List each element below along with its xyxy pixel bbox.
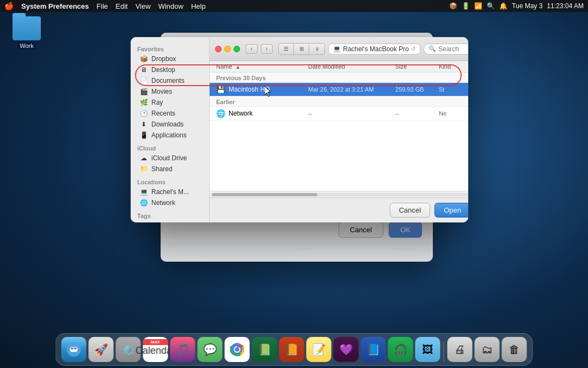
view-menu[interactable]: View: [136, 2, 151, 10]
grid-view-button[interactable]: ⊞: [294, 44, 309, 55]
horizontal-scrollbar[interactable]: [210, 191, 468, 197]
dock-item-music[interactable]: 🎵: [170, 337, 195, 362]
battery-menubar-icon: 🔋: [462, 2, 470, 10]
apple-menu[interactable]: 🍎: [4, 2, 14, 10]
sidebar-item-dropbox[interactable]: 📦 Dropbox: [133, 53, 207, 64]
file-name-network: Network: [229, 110, 308, 117]
locations-section-label: Locations: [131, 174, 209, 186]
rachels-mac-icon: 💻: [139, 188, 148, 196]
col-header-name[interactable]: Name ▲: [216, 63, 308, 70]
dialog-footer: Cancel Open: [210, 197, 468, 222]
back-button[interactable]: ‹: [246, 44, 258, 54]
dock-item-preview[interactable]: 🖼: [415, 337, 440, 362]
chevron-view-button[interactable]: ∨: [309, 44, 324, 55]
file-menu[interactable]: File: [96, 2, 108, 10]
sidebar-item-applications[interactable]: 📱 Applications: [133, 130, 207, 141]
search-menubar-icon[interactable]: 🔍: [487, 2, 495, 10]
sort-arrow-icon: ▲: [235, 64, 240, 70]
dropbox-menubar-icon[interactable]: 📦: [449, 2, 457, 10]
list-view-button[interactable]: ☰: [279, 44, 294, 55]
dock-divider: [444, 341, 444, 362]
documents-icon: 📄: [139, 77, 148, 85]
forward-button[interactable]: ›: [261, 44, 273, 54]
col-header-kind[interactable]: Kind: [439, 63, 468, 70]
file-list-area: Name ▲ Date Modified Size Kind Previous …: [210, 61, 468, 191]
sidebar-item-movies[interactable]: 🎬 Movies: [133, 86, 207, 97]
location-bar[interactable]: 💻 Rachel's MacBook Pro ↺: [328, 44, 420, 55]
dock-item-spotify[interactable]: 🎧: [388, 337, 413, 362]
ok-button-bg-window[interactable]: OK: [389, 222, 422, 238]
notification-menubar-icon[interactable]: 🔔: [499, 2, 507, 10]
macintosh-hd-icon: 💾: [216, 85, 225, 94]
search-input[interactable]: [438, 45, 468, 53]
sidebar-item-rachels-mac[interactable]: 💻 Rachel's M...: [133, 186, 207, 197]
col-header-size[interactable]: Size: [395, 63, 439, 70]
sidebar-item-recents[interactable]: 🕐 Recents: [133, 108, 207, 119]
dock-item-messages[interactable]: 💬: [198, 337, 223, 362]
file-row-network[interactable]: 🌐 Network -- -- Ne: [210, 107, 468, 120]
open-button-dialog[interactable]: Open: [434, 203, 468, 218]
dock-item-slack[interactable]: 💜: [334, 337, 359, 362]
sidebar-item-label-downloads: Downloads: [151, 120, 183, 128]
sidebar-item-documents[interactable]: 📄 Documents: [133, 75, 207, 86]
file-size-network: --: [395, 110, 439, 117]
search-bar[interactable]: 🔍: [424, 44, 468, 55]
sidebar-item-downloads[interactable]: ⬇ Downloads: [133, 119, 207, 130]
file-open-dialog: Favorites 📦 Dropbox 🖥 Desktop 📄 Document…: [131, 37, 468, 222]
window-menu[interactable]: Window: [158, 2, 183, 10]
dock-item-excel[interactable]: 📗: [252, 337, 277, 362]
sidebar-item-label-dropbox: Dropbox: [151, 55, 176, 63]
file-size-macintosh-hd: 259.93 GB: [395, 86, 439, 93]
sidebar-item-shared[interactable]: 📁 Shared: [133, 164, 207, 174]
applications-icon: 📱: [139, 131, 148, 139]
sidebar-item-ray[interactable]: 🌿 Ray: [133, 97, 207, 108]
icloud-section-label: iCloud: [131, 141, 209, 153]
desktop-folder-work[interactable]: Work: [8, 16, 46, 50]
edit-menu[interactable]: Edit: [115, 2, 127, 10]
view-toggle: ☰ ⊞ ∨: [278, 43, 325, 55]
dialog-close-button[interactable]: [215, 46, 222, 52]
sidebar-item-network[interactable]: 🌐 Network: [133, 197, 207, 208]
dock-item-trash[interactable]: 🗑: [502, 337, 527, 362]
location-refresh-icon[interactable]: ↺: [411, 46, 415, 52]
folder-label: Work: [17, 42, 35, 50]
menubar: 🍎 System Preferences File Edit View Wind…: [0, 0, 588, 12]
dock-item-notes[interactable]: 📝: [307, 337, 332, 362]
sidebar-item-label-documents: Documents: [151, 77, 185, 85]
sidebar-item-label-applications: Applications: [151, 131, 187, 139]
search-icon: 🔍: [428, 45, 436, 52]
desktop-icon: 🖥: [139, 66, 148, 74]
help-menu[interactable]: Help: [191, 2, 206, 10]
dock-item-powerpoint[interactable]: 📙: [279, 337, 304, 362]
file-row-macintosh-hd[interactable]: 💾 Macintosh HD Mar 26, 2022 at 3:21 AM 2…: [210, 83, 468, 96]
folder-icon: [13, 16, 41, 40]
file-kind-network: Ne: [439, 110, 468, 117]
col-header-modified[interactable]: Date Modified: [308, 63, 395, 70]
dock: 🚀 ⚙️ MAY Calendar 🎵 💬 📗 📙 📝 💜 📘 🎧 🖼 🖨 🗂 …: [56, 333, 533, 366]
dialog-minimize-button[interactable]: [224, 46, 231, 52]
sidebar-item-label-shared: Shared: [151, 165, 173, 173]
dialog-maximize-button[interactable]: [234, 46, 240, 52]
icloud-drive-icon: ☁: [139, 154, 148, 162]
cancel-button-bg-window[interactable]: Cancel: [339, 222, 383, 238]
dock-item-chrome[interactable]: [225, 337, 250, 362]
sidebar-item-label-network: Network: [151, 199, 175, 207]
section-label-earlier: Earlier: [210, 96, 468, 107]
file-kind-macintosh-hd: St: [439, 86, 468, 93]
svg-point-9: [235, 347, 240, 352]
app-name-menu[interactable]: System Preferences: [21, 2, 89, 10]
cancel-button-dialog[interactable]: Cancel: [390, 203, 430, 218]
scrollbar-thumb[interactable]: [212, 193, 317, 196]
sidebar-item-icloud-drive[interactable]: ☁ iCloud Drive: [133, 153, 207, 164]
dock-item-printer[interactable]: 🖨: [448, 337, 473, 362]
sidebar-item-desktop[interactable]: 🖥 Desktop: [133, 64, 207, 75]
dock-item-word[interactable]: 📘: [361, 337, 386, 362]
dock-item-files[interactable]: 🗂: [475, 337, 500, 362]
dock-item-calendar[interactable]: MAY Calendar: [143, 337, 168, 362]
datetime-menubar: Tue May 3: [512, 2, 542, 10]
wifi-menubar-icon[interactable]: 📶: [474, 2, 482, 10]
dropbox-icon: 📦: [139, 55, 148, 63]
dialog-main: ‹ › ☰ ⊞ ∨ 💻 Rachel's MacBook Pro ↺ 🔍 Nam…: [210, 37, 468, 222]
dock-item-launchpad[interactable]: 🚀: [89, 337, 114, 362]
dock-item-finder[interactable]: [62, 337, 87, 362]
